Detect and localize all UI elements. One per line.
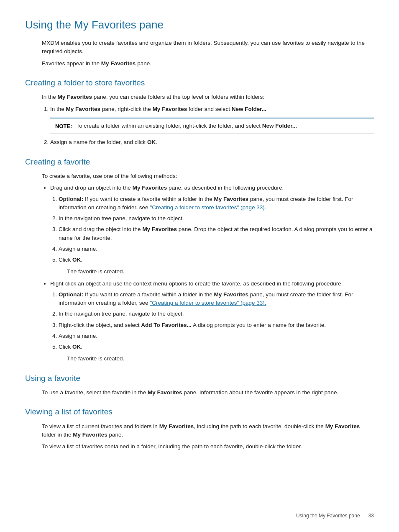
intro-p1: MXDM enables you to create favorites and… xyxy=(42,39,374,56)
intro-p2: Favorites appear in the My Favorites pan… xyxy=(42,59,374,68)
b2-step5: Click OK. xyxy=(59,343,374,351)
page-title: Using the My Favorites pane xyxy=(25,17,374,33)
creating-favorite-intro: To create a favorite, use one of the fol… xyxy=(42,172,374,180)
b2-step2: In the navigation tree pane, navigate to… xyxy=(59,310,374,318)
b1-step4: Assign a name. xyxy=(59,245,374,253)
footer-page: 33 xyxy=(368,512,374,519)
b2-result: The favorite is created. xyxy=(67,355,374,363)
b2-step4: Assign a name. xyxy=(59,332,374,340)
b2-step1: Optional: If you want to create a favori… xyxy=(59,290,374,308)
intro-block: MXDM enables you to create favorites and… xyxy=(42,39,374,68)
creating-folder-block: In the My Favorites pane, you can create… xyxy=(42,93,374,146)
bullet1-substeps: Optional: If you want to create a favori… xyxy=(59,195,374,265)
b1-result: The favorite is created. xyxy=(67,267,374,276)
bullet-right-click: Right-click an object and use the contex… xyxy=(50,280,374,363)
creating-folder-intro: In the My Favorites pane, you can create… xyxy=(42,93,374,101)
section-using-favorite-title: Using a favorite xyxy=(25,373,374,385)
creating-favorite-bullets: Drag and drop an object into the My Favo… xyxy=(50,184,374,363)
using-favorite-p1: To use a favorite, select the favorite i… xyxy=(42,388,374,397)
b2-step3: Right-click the object, and select Add T… xyxy=(59,321,374,329)
b1-step5: Click OK. xyxy=(59,256,374,264)
note-text: To create a folder within an existing fo… xyxy=(76,122,297,130)
section-creating-favorite-title: Creating a favorite xyxy=(25,156,374,168)
note-box: NOTE: To create a folder within an exist… xyxy=(50,118,374,134)
viewing-list-p2: To view a list of favorites contained in… xyxy=(42,442,374,451)
creating-favorite-block: To create a favorite, use one of the fol… xyxy=(42,172,374,363)
viewing-list-block: To view a list of current favorites and … xyxy=(42,422,374,451)
section-creating-folder-title: Creating a folder to store favorites xyxy=(25,77,374,89)
bullet-drag-drop: Drag and drop an object into the My Favo… xyxy=(50,184,374,276)
b1-step2: In the navigation tree pane, navigate to… xyxy=(59,214,374,223)
section-viewing-list-title: Viewing a list of favorites xyxy=(25,406,374,418)
bullet2-substeps: Optional: If you want to create a favori… xyxy=(59,290,374,352)
creating-folder-steps: In the My Favorites pane, right-click th… xyxy=(50,105,374,147)
footer: Using the My Favorites pane 33 xyxy=(296,512,374,519)
b1-step3: Click and drag the object into the My Fa… xyxy=(59,225,374,242)
using-favorite-block: To use a favorite, select the favorite i… xyxy=(42,388,374,397)
footer-text: Using the My Favorites pane xyxy=(296,512,360,519)
creating-folder-step1: In the My Favorites pane, right-click th… xyxy=(50,105,374,134)
b1-step1: Optional: If you want to create a favori… xyxy=(59,195,374,212)
viewing-list-p1: To view a list of current favorites and … xyxy=(42,422,374,439)
creating-folder-step2: Assign a name for the folder, and click … xyxy=(50,138,374,146)
